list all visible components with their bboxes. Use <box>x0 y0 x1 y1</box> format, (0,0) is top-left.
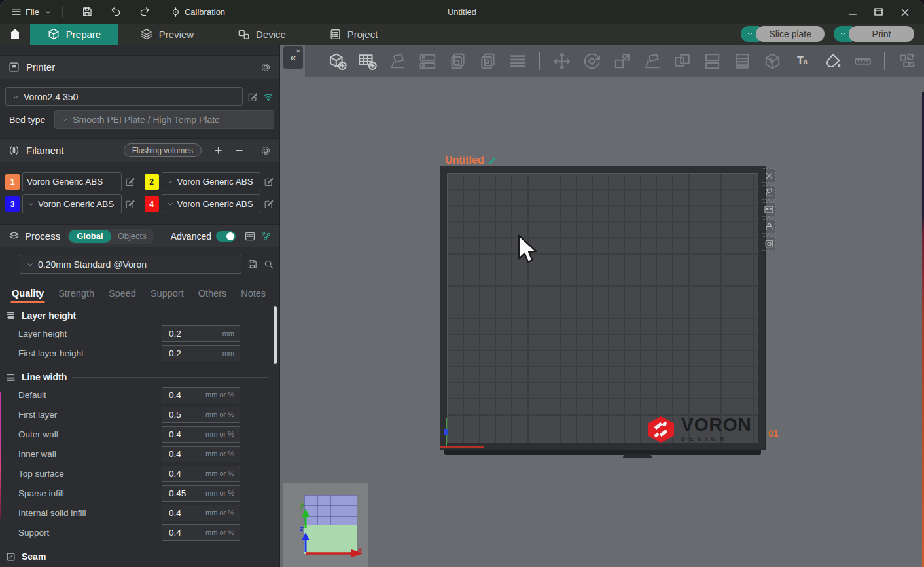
search-settings-icon[interactable] <box>263 259 274 270</box>
filament-select[interactable]: Voron Generic ABS <box>162 194 261 213</box>
save-profile-icon[interactable] <box>247 259 258 270</box>
mini-navigator[interactable]: y z x <box>283 483 368 567</box>
arrange-plate-button[interactable] <box>762 202 776 217</box>
remove-filament-icon[interactable] <box>234 145 245 156</box>
object-table-button[interactable] <box>505 48 530 73</box>
tab-others[interactable]: Others <box>198 288 227 299</box>
filament-color-swatch[interactable]: 2 <box>145 174 159 190</box>
collapse-sidebar-button[interactable]: «» <box>283 46 303 69</box>
panel-scrollbar[interactable] <box>274 306 277 364</box>
copy-button[interactable] <box>445 48 470 73</box>
filament-color-swatch[interactable]: 3 <box>5 196 20 212</box>
line-width-internal-solid-input[interactable]: 0.4mm or % <box>162 505 240 521</box>
orient-plate-button[interactable] <box>762 185 776 200</box>
measure-button[interactable] <box>850 48 875 73</box>
tab-strength[interactable]: Strength <box>58 288 94 299</box>
filament-select[interactable]: Voron Generic ABS <box>22 172 122 191</box>
tab-device[interactable]: Device <box>216 24 308 45</box>
scope-global[interactable]: Global <box>69 230 111 243</box>
filament-color-swatch[interactable]: 1 <box>5 174 20 190</box>
auto-orient-button[interactable] <box>385 48 410 73</box>
filament-select[interactable]: Voron Generic ABS <box>22 194 122 213</box>
scale-button[interactable] <box>609 48 634 73</box>
plate-toolbar <box>762 168 776 251</box>
delete-plate-button[interactable] <box>762 168 776 183</box>
tab-project[interactable]: Project <box>308 24 399 45</box>
undo-button[interactable] <box>110 6 122 18</box>
rename-plate-pencil-icon[interactable] <box>488 156 497 166</box>
home-button[interactable] <box>0 24 30 45</box>
chevron-down-icon[interactable] <box>43 7 53 17</box>
line-width-default-input[interactable]: 0.4mm or % <box>162 387 240 403</box>
minimize-button[interactable] <box>839 2 865 22</box>
line-width-first-layer-input[interactable]: 0.5mm or % <box>162 407 240 423</box>
lock-plate-button[interactable] <box>762 219 776 234</box>
tab-support[interactable]: Support <box>151 288 184 299</box>
layer-height-input[interactable]: 0.2 mm <box>162 325 240 342</box>
build-plate[interactable]: VORON DESIGN <box>440 166 766 450</box>
line-width-outer-wall-input[interactable]: 0.4mm or % <box>162 426 240 443</box>
edit-filament-icon[interactable] <box>124 198 135 210</box>
color-painting-button[interactable] <box>820 48 845 73</box>
mesh-boolean-button[interactable] <box>760 48 785 73</box>
add-filament-icon[interactable] <box>213 145 224 156</box>
filament-select[interactable]: Voron Generic ABS <box>162 172 261 191</box>
project-icon <box>329 28 342 41</box>
line-width-top-surface-input[interactable]: 0.4mm or % <box>162 466 240 482</box>
close-button[interactable] <box>891 2 917 22</box>
filament-section-header: Filament Flushing volumes <box>0 138 279 162</box>
save-button[interactable] <box>81 6 93 18</box>
filament-settings-gear-icon[interactable] <box>260 145 272 156</box>
flushing-volumes-button[interactable]: Flushing volumes <box>124 143 202 157</box>
tab-notes[interactable]: Notes <box>241 288 266 299</box>
calibration-button[interactable]: Calibration <box>170 7 225 18</box>
slice-plate-button[interactable]: Slice plate <box>756 26 825 42</box>
file-menu-button[interactable]: File <box>10 6 39 18</box>
process-profile-select[interactable]: 0.20mm Standard @Voron <box>20 255 241 274</box>
tab-speed[interactable]: Speed <box>109 288 136 299</box>
scope-objects[interactable]: Objects <box>111 231 153 241</box>
plate-settings-button[interactable] <box>762 236 776 251</box>
line-width-sparse-infill-input[interactable]: 0.45mm or % <box>162 485 240 502</box>
background-window-artifact <box>0 392 1 519</box>
printer-settings-gear-icon[interactable] <box>260 62 272 73</box>
print-button[interactable]: Print <box>849 26 914 42</box>
filament-color-swatch[interactable]: 4 <box>145 196 159 212</box>
advanced-toggle[interactable] <box>216 231 236 242</box>
text-tool-button[interactable]: Ta <box>790 48 815 73</box>
chevron-down-icon <box>838 29 847 39</box>
move-button[interactable] <box>549 48 574 73</box>
build-plate-grid <box>447 173 758 443</box>
lay-on-face-button[interactable] <box>639 48 664 73</box>
viewport-3d[interactable]: Ta «» Untitled <box>280 45 924 567</box>
add-object-button[interactable] <box>325 48 349 73</box>
first-layer-height-input[interactable]: 0.2 mm <box>162 345 240 361</box>
add-plate-button[interactable] <box>355 48 380 73</box>
assembly-button[interactable] <box>894 48 919 73</box>
maximize-button[interactable] <box>865 2 891 22</box>
line-width-inner-wall-input[interactable]: 0.4mm or % <box>162 446 240 462</box>
parameter-table-icon[interactable] <box>244 230 256 242</box>
edit-filament-icon[interactable] <box>263 176 274 187</box>
split-to-parts-button[interactable] <box>700 48 724 73</box>
edit-filament-icon[interactable] <box>124 176 135 187</box>
edit-filament-icon[interactable] <box>263 198 274 210</box>
split-to-objects-button[interactable] <box>669 48 694 73</box>
tab-preview[interactable]: Preview <box>118 24 216 45</box>
section-title: Layer height <box>22 310 76 321</box>
arrange-button[interactable] <box>415 48 440 73</box>
paste-button[interactable] <box>475 48 500 73</box>
redo-button[interactable] <box>139 6 151 18</box>
variable-layer-height-button[interactable] <box>730 48 755 73</box>
tab-prepare[interactable]: Prepare <box>30 24 118 45</box>
bed-type-select[interactable]: Smooth PEI Plate / High Temp Plate <box>54 110 274 129</box>
wifi-connection-icon[interactable] <box>262 91 274 103</box>
redo-icon <box>139 6 151 18</box>
filament-slot-2: 2 Voron Generic ABS <box>145 172 275 191</box>
printer-select[interactable]: Voron2.4 350 <box>5 87 243 106</box>
rotate-button[interactable] <box>579 48 604 73</box>
objects-parameter-icon[interactable] <box>260 230 272 242</box>
line-width-support-input[interactable]: 0.4mm or % <box>162 524 240 541</box>
edit-printer-icon[interactable] <box>247 91 258 103</box>
tab-quality[interactable]: Quality <box>12 288 44 299</box>
